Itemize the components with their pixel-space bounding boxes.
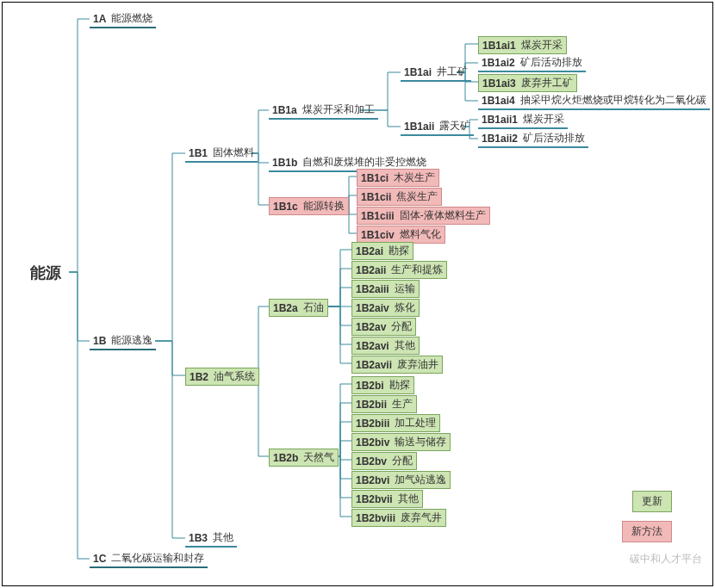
node-1B1aii2: 1B1aii2矿后活动排放 [478, 130, 588, 148]
node-1B2a: 1B2a石油 [269, 299, 328, 317]
node-1B: 1B能源逃逸 [90, 332, 156, 350]
label: 矿后活动排放 [520, 55, 582, 70]
code: 1B1b [272, 157, 297, 169]
code: 1B1a [272, 104, 297, 116]
node-1B1aii1: 1B1aii1煤炭开采 [478, 111, 568, 129]
code: 1B3 [189, 532, 208, 544]
code: 1B2bi [356, 380, 384, 392]
label: 井工矿 [437, 65, 468, 79]
label: 输送与储存 [395, 435, 446, 449]
code: 1B2ai [356, 245, 383, 257]
node-1B1c: 1B1c能源转换 [269, 197, 349, 215]
legend-update: 更新 [632, 491, 672, 512]
label: 勘探 [389, 244, 409, 258]
label: 抽采甲烷火炬燃烧或甲烷转化为二氧化碳 [520, 93, 706, 108]
label: 二氧化碳运输和封存 [111, 551, 204, 566]
label: 木炭生产 [394, 170, 435, 185]
code: 1B1c [273, 201, 298, 213]
code: 1B1aii1 [482, 114, 518, 126]
code: 1B1ai1 [482, 40, 516, 52]
code: 1B2aii [356, 264, 386, 276]
code: 1B1ai2 [482, 57, 515, 69]
label: 废弃气井 [401, 511, 442, 525]
code: 1A [93, 13, 106, 25]
node-1B1ai1: 1B1ai1煤炭开采 [478, 36, 567, 54]
root-label: 能源 [30, 264, 61, 282]
code: 1B2a [273, 302, 298, 314]
label: 自燃和废煤堆的非受控燃烧 [302, 155, 426, 170]
label: 勘探 [389, 378, 410, 393]
code: 1B2avii [356, 359, 392, 371]
legend-new-label: 新方法 [631, 525, 662, 537]
node-1B1ci: 1B1ci木炭生产 [357, 169, 439, 187]
code: 1B2bvi [356, 474, 389, 486]
code: 1B2 [190, 371, 208, 383]
node-1B1a: 1B1a煤炭开采和加工 [269, 102, 378, 120]
root-node: 能源 [30, 263, 61, 283]
label: 能源逃逸 [111, 333, 152, 348]
node-1B2bviii: 1B2bviii废弃气井 [351, 509, 446, 527]
node-1B2b: 1B2b天然气 [269, 449, 339, 467]
code: 1B1aii [404, 121, 434, 133]
node-1B2bvi: 1B2bvi加气站逃逸 [351, 471, 451, 489]
label: 煤炭开采和加工 [302, 102, 375, 117]
label: 其他 [398, 492, 419, 506]
label: 能源燃烧 [111, 11, 152, 26]
code: 1B2bv [356, 455, 387, 467]
label: 分配 [392, 454, 413, 468]
label: 生产 [392, 397, 413, 412]
label: 生产和提炼 [391, 263, 443, 277]
label: 加气站逃逸 [395, 473, 446, 487]
node-1B2biii: 1B2biii加工处理 [351, 414, 440, 432]
code: 1B1 [189, 147, 208, 159]
code: 1B1civ [361, 229, 395, 241]
code: 1B2bvii [356, 493, 393, 505]
node-1B1ciii: 1B1ciii固体-液体燃料生产 [357, 207, 490, 225]
node-1B1ai3: 1B1ai3废弃井工矿 [478, 74, 577, 92]
label: 废弃油井 [397, 357, 438, 372]
code: 1B1ci [361, 172, 389, 184]
label: 其他 [395, 338, 415, 353]
node-1B2aiii: 1B2aiii运输 [351, 280, 420, 298]
code: 1B2aiv [356, 302, 389, 314]
label: 其他 [213, 530, 233, 545]
label: 矿后活动排放 [523, 131, 585, 145]
code: 1B2av [356, 321, 386, 333]
code: 1B2aiii [356, 283, 389, 295]
code: 1B1aii2 [482, 133, 518, 145]
node-1B1civ: 1B1civ燃料气化 [357, 226, 445, 244]
label: 石油 [303, 300, 324, 315]
node-1B2bv: 1B2bv分配 [351, 452, 417, 470]
legend-update-label: 更新 [642, 495, 662, 507]
node-1B2bvii: 1B2bvii其他 [351, 490, 423, 508]
label: 燃料气化 [400, 227, 441, 242]
node-1B2ai: 1B2ai勘探 [351, 242, 413, 260]
code: 1B1ciii [361, 210, 395, 222]
node-1B2avi: 1B2avi其他 [351, 337, 420, 355]
watermark-text: 碳中和人才平台 [630, 553, 702, 565]
label: 天然气 [303, 450, 334, 465]
code: 1B2bviii [356, 512, 395, 524]
code: 1B2biii [356, 418, 389, 430]
node-1B1cii: 1B1cii焦炭生产 [357, 188, 442, 206]
label: 运输 [395, 282, 415, 296]
label: 固体-液体燃料生产 [400, 208, 486, 223]
label: 固体燃料 [213, 145, 254, 160]
label: 露天矿 [439, 119, 470, 133]
label: 油气系统 [214, 369, 255, 384]
code: 1B2biv [356, 436, 389, 449]
node-1B3: 1B3其他 [185, 529, 237, 548]
code: 1B1ai4 [482, 95, 515, 107]
code: 1B2bii [356, 399, 387, 411]
node-1B1ai2: 1B1ai2矿后活动排放 [478, 54, 586, 72]
node-1B1ai: 1B1ai井工矿 [401, 64, 471, 82]
code: 1B1ai [404, 66, 432, 78]
node-1B1ai4: 1B1ai4抽采甲烷火炬燃烧或甲烷转化为二氧化碳 [478, 92, 710, 110]
code: 1B1ai3 [482, 77, 516, 90]
code: 1B [93, 335, 106, 347]
label: 炼化 [395, 300, 415, 315]
node-1B2aiv: 1B2aiv炼化 [351, 299, 420, 317]
label: 焦炭生产 [396, 189, 438, 204]
code: 1C [93, 553, 106, 565]
node-1B2avii: 1B2avii废弃油井 [351, 356, 443, 374]
